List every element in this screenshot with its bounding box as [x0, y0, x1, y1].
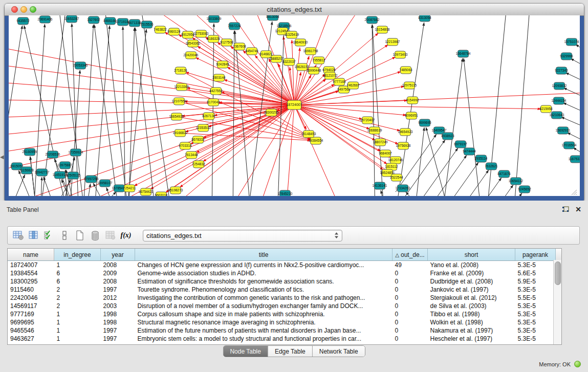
table-selector-dropdown[interactable]: citations_edges.txt	[143, 230, 342, 242]
table-header[interactable]: namein_degreeyeartitle△out_de...shortpag…	[8, 249, 562, 261]
table-cell: 9777169	[8, 310, 54, 318]
table-row[interactable]: 969969511998Structural magnetic resonanc…	[8, 318, 562, 326]
column-header-filler[interactable]	[556, 249, 562, 261]
graph-node-label: 16754421	[139, 190, 154, 193]
column-header-short[interactable]: short	[428, 249, 515, 261]
table-cell: 9463627	[8, 335, 54, 343]
table-cell: 18724007	[8, 261, 54, 270]
column-header-pagerank[interactable]: pagerank	[515, 249, 556, 261]
graph-node-label: 8186328	[207, 37, 220, 40]
table-mode-icon[interactable]	[11, 228, 26, 243]
column-header-title[interactable]: title	[135, 249, 393, 261]
graph-node-label: 25160959	[23, 150, 37, 154]
vertical-scrollbar[interactable]	[553, 260, 561, 344]
tab-network-table[interactable]: Network Table	[313, 346, 365, 357]
table-cell: 2009	[101, 269, 135, 277]
graph-node-label: 7254211	[123, 186, 136, 190]
graph-node-label: 7955812	[312, 58, 325, 62]
graph-node-label: 10975887	[58, 163, 73, 167]
column-header-year[interactable]: year	[101, 249, 135, 261]
table-cell: Hescheler et al. (1997)	[428, 335, 515, 343]
table-row[interactable]: 1830029562008Estimation of significance …	[8, 277, 562, 286]
graph-node-label: 15198273	[168, 188, 183, 192]
table-row[interactable]: 1938455462009Genome-wide association stu…	[8, 269, 562, 277]
graph-node-label: 16648784	[456, 52, 471, 55]
table-cell: 18300295	[8, 277, 54, 286]
column-header-in-degree[interactable]: in_degree	[54, 249, 101, 261]
table-row[interactable]: 977716911998Corpus callosum shape and si…	[8, 310, 562, 318]
table-row[interactable]: 946362711997Embryonic stem cells: a mode…	[8, 335, 562, 343]
table-panel-titlebar: Table Panel ✕	[0, 205, 588, 216]
graph-node-label: 17957255	[84, 177, 99, 181]
graph-node-label: 8938923	[441, 134, 454, 138]
table-cell: 5.9E-5	[515, 277, 556, 286]
table-cell: Investigating the contribution of common…	[135, 294, 393, 302]
table-cell: 9465546	[8, 326, 54, 335]
graph-node-label: 11675338	[569, 157, 580, 161]
network-canvas[interactable]: 9435572206914061065328715276028466160107…	[9, 15, 580, 196]
status-bar: Memory: OK	[539, 361, 581, 367]
graph-node-label: 16958107	[98, 181, 113, 185]
table-cell: 2003	[101, 302, 135, 310]
graph-node-label: 17845210	[278, 192, 293, 195]
graph-node-label: 10654112	[509, 179, 524, 183]
table-cell: 1	[54, 261, 101, 270]
table-row[interactable]: 911546021997Tourette syndrome. Phenomeno…	[8, 286, 562, 294]
delete-table-icon[interactable]	[88, 228, 103, 243]
graph-node-label: 18120746	[388, 158, 403, 162]
tab-edge-table[interactable]: Edge Table	[268, 346, 313, 357]
window-titlebar[interactable]: citations_edges.txt	[5, 4, 584, 16]
table-row[interactable]: 946554611997Estimation of the future num…	[8, 326, 562, 335]
graph-node-label: 20053346	[73, 63, 88, 67]
table-body: 1872400712008Changes of HCN gene express…	[8, 261, 562, 343]
float-panel-icon[interactable]	[561, 206, 570, 214]
scrollbar-thumb[interactable]	[555, 261, 561, 285]
table-cell: 0	[393, 318, 428, 326]
graph-node-label: 8267130	[202, 114, 215, 118]
table-cell: 0	[393, 302, 428, 310]
graph-node-label: 1527602	[87, 18, 100, 21]
new-table-icon[interactable]	[72, 228, 88, 243]
table-cell: 0	[393, 286, 428, 294]
graph-node-label: 9245652	[518, 187, 531, 191]
fx-glyph: f(x)	[121, 231, 132, 239]
collapse-panel-arrow-icon[interactable]: ◀	[0, 154, 4, 160]
graph-node-label: 15692931	[556, 128, 571, 132]
column-header-out-de-[interactable]: △out_de...	[393, 249, 428, 261]
table-row[interactable]: 2242004622012Investigating the contribut…	[8, 294, 562, 302]
graph-node-label: 8471676	[497, 172, 511, 176]
table-cell: 1998	[101, 310, 135, 318]
table-cell: 1	[54, 310, 101, 318]
graph-node-label: 18543362	[186, 41, 201, 45]
select-all-icon[interactable]	[41, 228, 57, 243]
node-table[interactable]: namein_degreeyeartitle△out_de...shortpag…	[7, 248, 562, 345]
graph-node-label: 7613448	[185, 153, 198, 157]
graph-node-label: 16154808	[375, 28, 390, 31]
column-header-name[interactable]: name	[8, 249, 54, 261]
close-panel-icon[interactable]: ✕	[575, 205, 581, 213]
table-cell: Jankovic et al. (1997)	[428, 286, 515, 294]
row-selection-icon[interactable]	[57, 228, 72, 243]
graph-node-label: 16409547	[432, 128, 447, 132]
table-panel-title: Table Panel	[7, 206, 39, 213]
table-cell: 5.5E-5	[515, 294, 556, 302]
table-cell: 5.3E-5	[515, 261, 556, 270]
network-canvas-holder: 9435572206914061065328715276028466160107…	[9, 15, 580, 196]
table-cell: Yano et al. (2008)	[428, 261, 515, 270]
tab-node-table[interactable]: Node Table	[223, 346, 268, 357]
graph-node-label: 9435572	[16, 19, 30, 23]
function-builder-icon[interactable]: f(x)	[118, 228, 134, 243]
graph-node-label: 17016504	[562, 143, 577, 147]
table-row[interactable]: 1456911722003Disruption of a novel membe…	[8, 302, 562, 310]
table-row[interactable]: 1872400712008Changes of HCN gene express…	[8, 261, 562, 270]
show-column-icon[interactable]	[26, 228, 41, 243]
graph-node-label: 18300295	[264, 111, 279, 114]
table-cell: 5.3E-5	[515, 318, 556, 326]
graph-node-label: 8096951	[405, 114, 418, 117]
table-cell: 0	[393, 277, 428, 286]
graph-node-label: 9699695	[418, 121, 431, 124]
graph-node-label: 10688639	[367, 128, 382, 132]
graph-node-label: 11451914	[53, 173, 68, 177]
table-cell: 2	[54, 294, 101, 302]
graph-node-label: 1815112	[385, 165, 398, 168]
